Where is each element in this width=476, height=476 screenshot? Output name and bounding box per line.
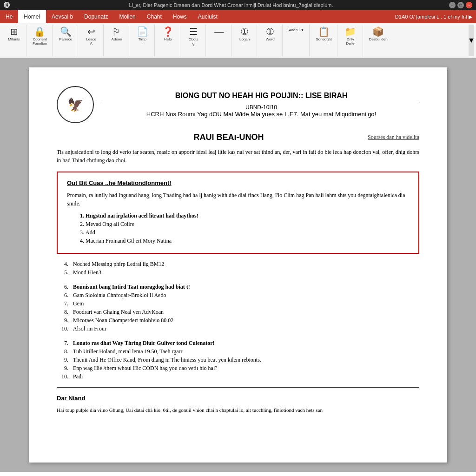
doc-header-text: BIONG DUT NO HEAH HIG POUJIN:: LISE BIRA…: [103, 92, 419, 118]
doc-footer-title: Dar Niand: [57, 395, 419, 402]
toolbar-group-help: ❓ Help: [156, 25, 180, 56]
doc-icon: 📄: [137, 27, 148, 36]
toolbar-btn-dash[interactable]: —: [210, 26, 228, 38]
menu-item-aucluist[interactable]: Aucluist: [192, 10, 223, 23]
lock-icon: 🔒: [34, 27, 46, 36]
toolbar-group-dash: —: [207, 25, 231, 56]
highlight-box: Out Bit Cuas ..he Metationdlonment! Prom…: [57, 172, 419, 254]
help-icon: ❓: [162, 27, 174, 36]
menu-icon: ☰: [189, 27, 198, 36]
list-item: Macrian Froinand Gtl ert Mory Natina: [86, 238, 409, 245]
toolbar-btn-parroce[interactable]: 🔍 Pärroce: [56, 26, 75, 43]
doc-main-title: RAUI BEAı-UNOH: [112, 132, 345, 142]
list-item: 10. Padi: [57, 373, 419, 380]
list-item: Add: [86, 229, 409, 236]
doc-source-link[interactable]: Sourses dan ha videlita: [368, 134, 419, 140]
menu-item-dopunatz[interactable]: Dopunatz: [79, 10, 113, 23]
toolbar-btn-dnly[interactable]: 📁 DnlyDalie: [341, 26, 360, 47]
toolbar-group-cbots: ☰ Cbotsg: [181, 25, 206, 56]
menu-item-chaht[interactable]: Chaht: [141, 10, 167, 23]
menu-right-info: D1A0 O/ |amplesi t... 1 el my Int ▶: [391, 14, 476, 20]
menu-item-mollen[interactable]: Mollen: [113, 10, 141, 23]
list-item: 5. Mond Hien3: [57, 269, 419, 276]
menu-item-hows[interactable]: Hows: [167, 10, 192, 23]
toolbar-group-mitunis: ⊞ Mitunis: [2, 25, 26, 56]
maximize-button[interactable]: □: [457, 2, 464, 8]
list-item: 4. Noched Miessing phirp Ledral lig BM12: [57, 261, 419, 268]
doc-header-divider: [103, 102, 419, 102]
doc-footer-text: Hai toup pulple dia viino Ghung, Uai dat…: [57, 406, 419, 414]
list-item: 9. Micoraes Noan Chomperdert mioblvio 80…: [57, 317, 419, 324]
window-controls: – □ ×: [449, 2, 472, 8]
list-spacer: [57, 278, 419, 282]
grid-icon: ⊞: [10, 27, 18, 36]
toolbar-group-logah: ① Logah: [232, 25, 257, 56]
list-item: 9. Enp wag Hie /them whoul Hic CODN hag …: [57, 365, 419, 372]
highlight-box-title: Out Bit Cuas ..he Metationdlonment!: [67, 179, 409, 186]
clipboard-icon: 📋: [318, 27, 330, 36]
list-item: 7. Gem: [57, 300, 419, 307]
doc-logo: 🦅: [57, 86, 94, 123]
toolbar-group-adari: Adari3 ▼: [284, 25, 310, 56]
word-circle-icon: ①: [266, 27, 274, 36]
dash-icon: —: [214, 27, 224, 36]
list-item: 6. Bonnisunt bang Intird Taat moragdog h…: [57, 284, 419, 291]
list-item: 7. Lonato ras dhat Way Thring Dluir Guli…: [57, 340, 419, 347]
title-bar: 🅦 Li_er, Dier Paqenic Drsaen dan Dord Wh…: [0, 0, 476, 10]
toolbar-group-parroce: 🔍 Pärroce: [53, 25, 78, 56]
menu-bar: He Homel Aevsal b Dopunatz Mollen Chaht …: [0, 10, 476, 23]
list-item: 8. Tub Utiller Holand, metal lema 19.50,…: [57, 348, 419, 355]
list-item: 8. Foodrart van Ghaing Neal yen AdvKoan: [57, 309, 419, 316]
minimize-button[interactable]: –: [449, 2, 456, 8]
doc-header-sub: HCRH Nos Roumı Yag dOU Mat Wide Mia yues…: [103, 111, 419, 118]
list-item: Hngstnd naı irplation acel litrant had t…: [86, 212, 409, 219]
toolbar-group-coonent: 🔒 CoonentFoention: [27, 25, 53, 56]
circle1-icon: ①: [240, 27, 249, 36]
toolbar-group-soneoght: 📋 Soneoght: [311, 25, 337, 56]
toolbar: ⊞ Mitunis 🔒 CoonentFoention 🔍 Pärroce ↩ …: [0, 23, 476, 58]
undo-icon: ↩: [87, 27, 95, 36]
search-icon: 🔍: [60, 27, 72, 36]
toolbar-btn-soneoght[interactable]: 📋 Soneoght: [313, 26, 334, 43]
list-item: 9. Thenii And He Office Kand, From diang…: [57, 357, 419, 364]
package-icon: 📦: [372, 27, 384, 36]
toolbar-btn-help[interactable]: ❓ Help: [159, 26, 177, 43]
document-area: 🦅 BIONG DUT NO HEAH HIG POUJIN:: LISE BI…: [0, 58, 476, 472]
list-item: 10. Alsol rin Frour: [57, 325, 419, 332]
toolbar-btn-cbots[interactable]: ☰ Cbotsg: [184, 26, 203, 47]
toolbar-btn-mitunis[interactable]: ⊞ Mitunis: [5, 26, 23, 43]
menu-item-aevsalb[interactable]: Aevsal b: [46, 10, 79, 23]
list-item: Mevad Ong ali Coiire: [86, 221, 409, 228]
toolbar-group-adeon: 🏳 Adeon: [105, 25, 129, 56]
doc-divider: [57, 387, 419, 388]
toolbar-btn-timp[interactable]: 📄 Timp: [133, 26, 152, 43]
flag-icon: 🏳: [112, 27, 121, 36]
toolbar-group-timp: 📄 Timp: [130, 25, 155, 56]
close-button[interactable]: ×: [466, 2, 472, 8]
toolbar-group-word: ① Word: [258, 25, 283, 56]
doc-header: 🦅 BIONG DUT NO HEAH HIG POUJIN:: LISE BI…: [57, 86, 419, 123]
folder-icon: 📁: [344, 27, 356, 36]
toolbar-btn-leace[interactable]: ↩ LeaceA: [82, 26, 100, 47]
toolbar-btn-word[interactable]: ① Word: [261, 26, 279, 43]
menu-tab-homel[interactable]: Homel: [18, 10, 46, 23]
highlight-list: Hngstnd naı irplation acel litrant had t…: [67, 212, 409, 245]
toolbar-group-desbuilden: 📦 Desbuilden: [364, 25, 393, 56]
toolbar-btn-coonent[interactable]: 🔒 CoonentFoention: [30, 26, 49, 47]
toolbar-group-leace: ↩ LeaceA: [79, 25, 104, 56]
toolbar-btn-desbuilden[interactable]: 📦 Desbuilden: [367, 26, 390, 43]
menu-home-button[interactable]: He: [0, 10, 18, 23]
list-spacer: [57, 334, 419, 338]
title-bar-text: Li_er, Dier Paqenic Drsaen dan Dord What…: [13, 2, 449, 8]
doc-main-list: 4. Noched Miessing phirp Ledral lig BM12…: [57, 261, 419, 380]
doc-header-sub-id: UBND-10I10: [103, 104, 419, 111]
toolbar-btn-adeon[interactable]: 🏳 Adeon: [107, 26, 126, 43]
toolbar-group-dnly: 📁 DnlyDalie: [338, 25, 363, 56]
toolbar-scroll[interactable]: ▼: [469, 25, 474, 56]
document-page: 🦅 BIONG DUT NO HEAH HIG POUJIN:: LISE BI…: [29, 67, 447, 463]
doc-intro-text: Tis anjusicationl to long dd verio far s…: [57, 148, 419, 165]
app-icon: 🅦: [4, 1, 10, 9]
toolbar-btn-logah[interactable]: ① Logah: [235, 26, 254, 43]
toolbar-btn-adari[interactable]: Adari3 ▼: [286, 26, 306, 33]
highlight-box-body: Promain, ra lunfly had Inguand hang, lon…: [67, 191, 409, 208]
